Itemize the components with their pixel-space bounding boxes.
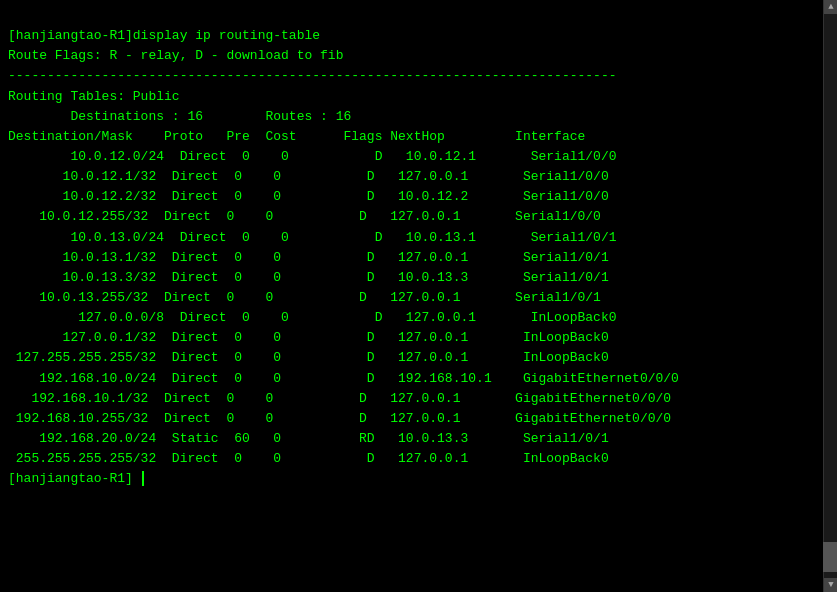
- terminal-line: Routing Tables: Public: [8, 87, 829, 107]
- terminal-line: 127.255.255.255/32 Direct 0 0 D 127.0.0.…: [8, 348, 829, 368]
- terminal-line: Destinations : 16 Routes : 16: [8, 107, 829, 127]
- terminal-line: [hanjiangtao-R1]display ip routing-table: [8, 26, 829, 46]
- scrollbar[interactable]: ▲ ▼: [823, 0, 837, 592]
- terminal-line: ----------------------------------------…: [8, 66, 829, 86]
- scrollbar-thumb[interactable]: [823, 542, 837, 572]
- terminal-line: 192.168.20.0/24 Static 60 0 RD 10.0.13.3…: [8, 429, 829, 449]
- terminal-line: 10.0.12.1/32 Direct 0 0 D 127.0.0.1 Seri…: [8, 167, 829, 187]
- terminal-line: 127.0.0.0/8 Direct 0 0 D 127.0.0.1 InLoo…: [8, 308, 829, 328]
- terminal-line: 192.168.10.0/24 Direct 0 0 D 192.168.10.…: [8, 369, 829, 389]
- terminal-line: Destination/Mask Proto Pre Cost Flags Ne…: [8, 127, 829, 147]
- terminal-line: 10.0.12.0/24 Direct 0 0 D 10.0.12.1 Seri…: [8, 147, 829, 167]
- terminal-line: 192.168.10.255/32 Direct 0 0 D 127.0.0.1…: [8, 409, 829, 429]
- terminal-line: 10.0.13.255/32 Direct 0 0 D 127.0.0.1 Se…: [8, 288, 829, 308]
- terminal-line: 10.0.13.0/24 Direct 0 0 D 10.0.13.1 Seri…: [8, 228, 829, 248]
- terminal-line: 10.0.12.255/32 Direct 0 0 D 127.0.0.1 Se…: [8, 207, 829, 227]
- terminal-line: 127.0.0.1/32 Direct 0 0 D 127.0.0.1 InLo…: [8, 328, 829, 348]
- scrollbar-arrow-down[interactable]: ▼: [824, 578, 837, 592]
- terminal-output: [hanjiangtao-R1]display ip routing-table…: [8, 6, 829, 489]
- scrollbar-arrow-up[interactable]: ▲: [824, 0, 837, 14]
- terminal-line: 10.0.13.3/32 Direct 0 0 D 10.0.13.3 Seri…: [8, 268, 829, 288]
- terminal-line: 10.0.13.1/32 Direct 0 0 D 127.0.0.1 Seri…: [8, 248, 829, 268]
- terminal-line: 255.255.255.255/32 Direct 0 0 D 127.0.0.…: [8, 449, 829, 469]
- terminal-line: [hanjiangtao-R1]: [8, 469, 829, 489]
- terminal-line: Route Flags: R - relay, D - download to …: [8, 46, 829, 66]
- terminal-line: 192.168.10.1/32 Direct 0 0 D 127.0.0.1 G…: [8, 389, 829, 409]
- terminal-line: 10.0.12.2/32 Direct 0 0 D 10.0.12.2 Seri…: [8, 187, 829, 207]
